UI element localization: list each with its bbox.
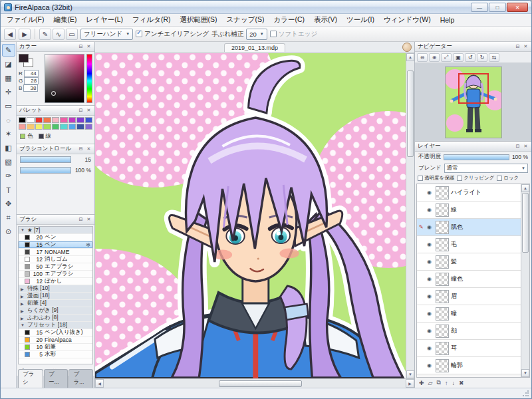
antialiasing-checkbox[interactable]: ✓ アンチエイリアシング [136, 30, 209, 39]
panel-close-icon[interactable]: ✕ [86, 44, 92, 49]
panel-collapse-icon[interactable]: ⊟ [515, 44, 521, 49]
palette-swatch[interactable] [19, 117, 26, 123]
palette-swatch[interactable] [60, 117, 67, 123]
layer-visibility-icon[interactable]: ◉ [427, 311, 434, 317]
menu-item[interactable]: 選択範囲(S) [176, 14, 222, 26]
bucket-tool[interactable]: ◧ [2, 142, 15, 154]
panel-close-icon[interactable]: ✕ [523, 44, 529, 49]
scroll-down-icon[interactable]: ▼ [406, 370, 414, 378]
menu-item[interactable]: ツール(I) [342, 14, 379, 26]
layer-visibility-icon[interactable]: ◉ [427, 293, 434, 299]
layer-visibility-icon[interactable]: ◉ [427, 328, 434, 334]
layer-row[interactable]: ✎ ◉ 耳 [417, 340, 521, 357]
rotate-left-icon[interactable]: ↺ [465, 53, 475, 62]
canvas-vertical-scrollbar[interactable]: ▲ ▼ [406, 53, 414, 378]
reset-view-icon[interactable]: ⇆ [489, 53, 499, 62]
palette-swatch[interactable] [27, 124, 34, 130]
menu-item[interactable]: ウィンドウ(W) [379, 14, 436, 26]
foreground-color[interactable] [19, 54, 29, 63]
brush-opacity-slider[interactable] [20, 167, 71, 174]
layer-row[interactable]: ✎ ◉ 瞳 [417, 305, 521, 323]
brush-list-item[interactable]: 5 水彩 ✻ [19, 351, 92, 358]
freehand-stroke-icon[interactable]: ✎ [39, 29, 51, 40]
palette-swatch[interactable] [19, 124, 26, 130]
eyedropper-tool[interactable]: ✑ [2, 170, 15, 182]
layer-visibility-icon[interactable]: ◉ [427, 362, 434, 368]
layer-visibility-icon[interactable]: ◉ [427, 207, 434, 213]
stabilizer-select[interactable]: 20 ▼ [246, 29, 267, 40]
dock-tab[interactable]: ブー... [44, 369, 68, 388]
menu-item[interactable]: フィルタ(R) [128, 14, 176, 26]
scroll-down-icon[interactable]: ▼ [521, 369, 529, 377]
snap-tool[interactable]: ⊙ [2, 225, 15, 238]
palette-swatch[interactable] [35, 124, 43, 130]
layer-option-checkbox[interactable]: クリッピング [457, 175, 494, 182]
layer-visibility-icon[interactable]: ◉ [427, 259, 434, 265]
navigator-thumbnail-area[interactable] [415, 63, 531, 141]
palette-swatch[interactable] [68, 124, 76, 130]
scroll-left-icon[interactable]: ◀ [95, 379, 104, 388]
channel-value-input[interactable]: 38 [23, 84, 38, 92]
brush-tool[interactable]: ✎ [2, 44, 15, 57]
layer-scrollbar[interactable]: ▲ ▼ [521, 184, 529, 377]
palette-swatch[interactable] [43, 117, 51, 123]
palette-item[interactable]: 線 [39, 132, 52, 140]
layer-row[interactable]: ✎ ◉ 肌色 [417, 219, 521, 236]
menu-item[interactable]: レイヤー(L) [81, 14, 128, 26]
panel-collapse-icon[interactable]: ⊟ [78, 44, 84, 49]
palette-swatch[interactable] [27, 117, 34, 123]
canvas-horizontal-scrollbar[interactable]: ◀ ▶ [95, 378, 414, 388]
menu-item[interactable]: 編集(E) [49, 14, 81, 26]
rotate-right-icon[interactable]: ↻ [477, 53, 487, 62]
layer-opacity-slider[interactable] [444, 154, 509, 160]
zoom-in-icon[interactable]: ⊕ [429, 53, 440, 62]
text-tool[interactable]: T [2, 184, 15, 196]
gradient-tool[interactable]: ▧ [2, 156, 15, 168]
layer-visibility-icon[interactable]: ◉ [427, 190, 434, 196]
dot-tool[interactable]: ▦ [2, 72, 15, 84]
brush-list-item[interactable]: 15 ペン ✻ [19, 241, 92, 249]
palette-swatch[interactable] [85, 117, 92, 123]
stroke-type-select[interactable]: フリーハンド ▼ [80, 29, 133, 40]
new-folder-icon[interactable]: ▱ [428, 380, 433, 386]
magic-wand-tool[interactable]: ✶ [2, 128, 15, 140]
document-tab[interactable]: 2019_01_13.mdp [224, 43, 285, 52]
scroll-up-icon[interactable]: ▲ [406, 53, 414, 61]
color-panel-header[interactable]: カラー ⊟ ✕ [17, 42, 94, 52]
eraser-tool[interactable]: ◪ [2, 58, 15, 70]
layer-scroll-thumb[interactable] [522, 193, 529, 253]
saturation-value-picker[interactable] [45, 54, 84, 103]
dock-tab[interactable]: ブラシ [18, 369, 43, 388]
palette-swatch[interactable] [35, 117, 43, 123]
palette-swatch[interactable] [76, 124, 84, 130]
titlebar[interactable]: FireAlpaca (32bit) — □ ✕ [1, 1, 531, 14]
gear-icon[interactable]: ✻ [86, 242, 90, 248]
panel-close-icon[interactable]: ✕ [86, 108, 92, 113]
scroll-right-icon[interactable]: ▶ [406, 379, 414, 388]
lasso-tool[interactable]: ◌ [2, 114, 15, 126]
new-layer-icon[interactable]: ✚ [419, 380, 424, 386]
layer-row[interactable]: ✎ ◉ 瞳色 [417, 271, 521, 288]
layer-row[interactable]: ✎ ◉ 毛 [417, 236, 521, 253]
layer-down-icon[interactable]: ↓ [452, 380, 455, 386]
hue-slider[interactable] [86, 54, 92, 103]
navigator-thumbnail[interactable] [446, 67, 501, 138]
scroll-up-icon[interactable]: ▲ [521, 184, 529, 192]
menu-item[interactable]: ファイル(F) [2, 14, 49, 26]
dock-tab[interactable]: ブラ... [68, 369, 93, 388]
alpaca-mascot-icon[interactable] [402, 43, 412, 52]
move-tool[interactable]: ✛ [2, 86, 15, 98]
palette-swatch[interactable] [76, 117, 84, 123]
layer-visibility-icon[interactable]: ◉ [427, 276, 434, 282]
layer-row[interactable]: ✎ ◉ ハイライト [417, 184, 521, 201]
zoom-out-icon[interactable]: ⊖ [417, 53, 428, 62]
canvas[interactable] [95, 53, 406, 378]
minimize-button[interactable]: — [471, 3, 488, 12]
nav-back-button[interactable]: ◀ [4, 29, 16, 40]
actual-size-icon[interactable]: ▣ [453, 53, 464, 62]
select-rect-tool[interactable]: ▭ [2, 100, 15, 112]
palette-item[interactable]: 色 [20, 132, 33, 140]
layer-option-checkbox[interactable]: 透明度を保護 [418, 175, 454, 182]
delete-layer-icon[interactable]: ✖ [459, 380, 464, 386]
layer-row[interactable]: ✎ ◉ 輪郭 [417, 357, 521, 374]
